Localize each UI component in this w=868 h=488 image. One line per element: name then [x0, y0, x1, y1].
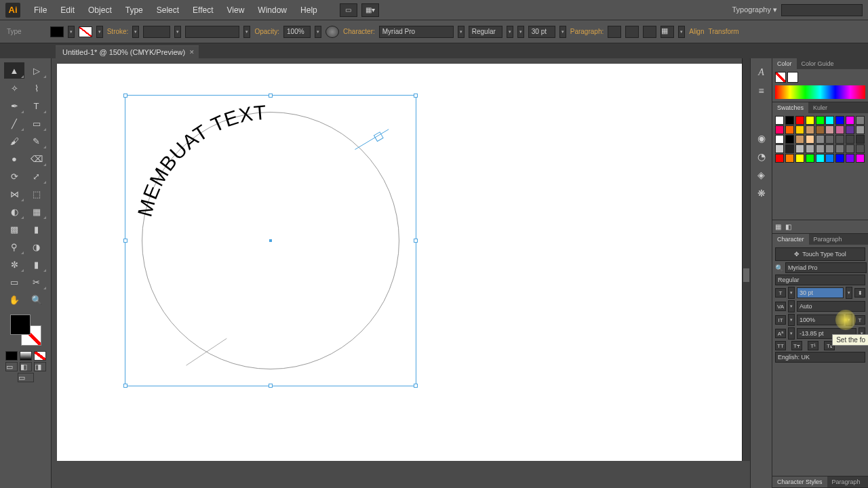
char-font-style-input[interactable] [775, 274, 865, 285]
swatch[interactable] [846, 154, 854, 163]
workspace-switcher[interactable]: Typography ▾ [732, 5, 777, 14]
align-link[interactable]: Align [689, 28, 704, 35]
character-panel-icon[interactable]: A [753, 64, 770, 81]
menu-select[interactable]: Select [150, 5, 186, 15]
type-tool[interactable]: T [26, 98, 47, 114]
swatch[interactable] [825, 135, 834, 144]
tab-character[interactable]: Character [772, 234, 809, 245]
swatch[interactable] [835, 154, 844, 163]
shape-builder-tool[interactable]: ◐ [4, 203, 24, 220]
recolor-btn[interactable] [326, 26, 339, 38]
scale-tool[interactable]: ⤢ [26, 168, 47, 184]
opacity-label[interactable]: Opacity: [254, 28, 279, 35]
magic-wand-tool[interactable]: ✧ [4, 80, 24, 96]
swatch[interactable] [856, 135, 865, 144]
font-size-step[interactable] [517, 26, 524, 38]
perspective-tool[interactable]: ▦ [26, 203, 47, 220]
tab-kuler[interactable]: Kuler [808, 102, 832, 113]
transform-link[interactable]: Transform [708, 28, 738, 35]
swatch[interactable] [775, 125, 784, 134]
symbol-sprayer-tool[interactable]: ✼ [4, 256, 24, 272]
graph-tool[interactable]: ▮ [26, 256, 47, 272]
opacity-input[interactable] [283, 26, 311, 38]
swatch[interactable] [806, 154, 814, 163]
rotate-tool[interactable]: ⟳ [4, 168, 24, 184]
menu-view[interactable]: View [220, 5, 252, 15]
char-font-family-input[interactable] [785, 262, 867, 273]
draw-behind-btn[interactable]: ◧ [20, 362, 32, 371]
align-panel-btn[interactable]: ▦ [660, 26, 674, 38]
menu-window[interactable]: Window [251, 5, 294, 15]
swatch[interactable] [835, 125, 844, 134]
menu-type[interactable]: Type [119, 5, 150, 15]
swatch[interactable] [775, 144, 784, 153]
swatch[interactable] [775, 154, 784, 163]
brush-def-dd[interactable] [243, 26, 250, 38]
scrollbar-thumb[interactable] [743, 268, 749, 282]
eyedropper-tool[interactable]: ⚲ [4, 239, 24, 255]
paintbrush-tool[interactable]: 🖌 [4, 133, 24, 149]
gradient-tool[interactable]: ▮ [26, 221, 47, 237]
stroke-weight-step[interactable] [132, 26, 139, 38]
swatch[interactable] [806, 144, 814, 153]
character-label[interactable]: Character: [343, 28, 375, 35]
swatch[interactable] [846, 135, 854, 144]
swatch[interactable] [835, 116, 844, 125]
blob-brush-tool[interactable]: ● [4, 150, 24, 167]
char-kern-step[interactable] [788, 300, 795, 312]
color-spectrum[interactable] [775, 85, 865, 99]
swatch[interactable] [785, 154, 794, 163]
tab-paragraph[interactable]: Paragraph [809, 234, 847, 245]
opacity-dd[interactable] [315, 26, 321, 38]
menu-edit[interactable]: Edit [54, 5, 81, 15]
pencil-tool[interactable]: ✎ [26, 133, 47, 149]
graphic-styles-panel-icon[interactable]: ◔ [753, 148, 770, 165]
swatch[interactable] [775, 135, 784, 144]
swatch[interactable] [806, 135, 814, 144]
char-font-size-input[interactable] [797, 287, 844, 298]
layers-panel-icon[interactable]: ◈ [753, 167, 770, 183]
superscript-icon[interactable]: T¹ [808, 341, 818, 350]
tab-para-styles[interactable]: Paragraph [827, 476, 865, 487]
menu-file[interactable]: File [27, 5, 54, 15]
width-tool[interactable]: ⋈ [4, 186, 24, 202]
paragraph-label[interactable]: Paragraph: [570, 28, 604, 35]
swatch[interactable] [795, 135, 804, 144]
none-mode-btn[interactable] [34, 351, 46, 361]
swatch[interactable] [825, 144, 834, 153]
selection-tool[interactable]: ▲ [4, 62, 24, 79]
align-right-btn[interactable] [643, 26, 656, 38]
stroke-weight-dd[interactable] [174, 26, 181, 38]
char-language-select[interactable] [775, 352, 865, 363]
document-tab[interactable]: Untitled-1* @ 150% (CMYK/Preview) ✕ [56, 45, 199, 58]
align-panel-dd[interactable] [678, 26, 685, 38]
font-size-input[interactable] [528, 26, 555, 38]
swatch[interactable] [856, 144, 865, 153]
appearance-panel-icon[interactable]: ◉ [753, 130, 770, 146]
zoom-tool[interactable]: 🔍 [26, 291, 47, 308]
char-size-step[interactable] [788, 287, 795, 299]
artboard-viewport[interactable]: MEMBUAT TEXT MELINGKAR DENGAN ADOBE ILLU… [57, 64, 742, 461]
swatch[interactable] [846, 125, 854, 134]
draw-normal-btn[interactable]: ▭ [5, 362, 18, 371]
lasso-tool[interactable]: ⌇ [26, 80, 47, 96]
slice-tool[interactable]: ✂ [26, 274, 47, 290]
selection-bounding-box[interactable]: MEMBUAT TEXT MELINGKAR DENGAN ADOBE ILLU… [125, 95, 416, 386]
fill-dd[interactable] [68, 26, 75, 38]
swatch[interactable] [856, 116, 865, 125]
tab-color-guide[interactable]: Color Guide [797, 58, 839, 69]
menu-effect[interactable]: Effect [186, 5, 220, 15]
swatch[interactable] [816, 125, 825, 134]
blend-tool[interactable]: ◑ [26, 239, 47, 255]
font-family-dd[interactable] [458, 26, 465, 38]
swatch[interactable] [785, 135, 794, 144]
swatch[interactable] [816, 116, 825, 125]
arrange-btn[interactable]: ▦▾ [361, 3, 379, 17]
menu-help[interactable]: Help [294, 5, 324, 15]
show-swatch-kinds-icon[interactable]: ◧ [785, 223, 791, 230]
swatch[interactable] [816, 135, 825, 144]
paragraph-panel-icon[interactable]: ≡ [753, 83, 770, 99]
stroke-indicator[interactable] [787, 72, 798, 83]
swatch[interactable] [856, 154, 865, 163]
char-leading-input[interactable] [797, 301, 865, 312]
